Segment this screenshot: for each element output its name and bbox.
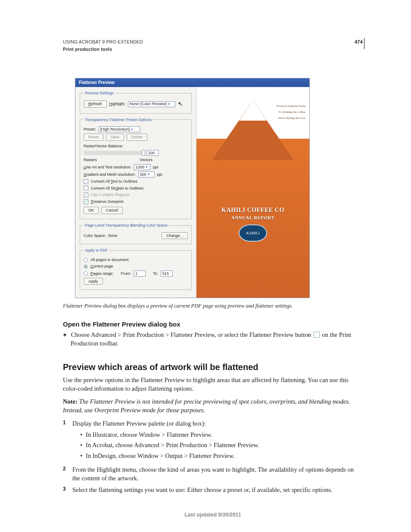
note-paragraph: Note: The Flattener Preview is not inten… [63,397,363,415]
step-3: 3Select the flattening settings you want… [63,485,363,494]
radio-all-pages[interactable] [84,258,88,262]
pages-range-label: Pages range: [90,271,114,277]
balance-slider[interactable] [84,151,144,155]
legend-blend-space: Page-Level Transparency Blending Color S… [84,223,169,228]
cursor-icon: ↖ [178,100,183,109]
step1-sublist: In Illustrator, choose Window > Flattene… [72,430,259,460]
delete-button[interactable]: Delete [127,134,147,141]
step-1: 1 Display the Flattener Preview palette … [63,419,363,463]
heading-preview-areas: Preview which areas of artwork will be f… [63,361,363,373]
figure-caption: Flattener Preview dialog box displays a … [63,302,363,310]
dialog-title: Flattener Preview [75,78,309,87]
group-preview-settings: Preview Settings Refresh Highlight: None… [80,90,192,113]
page-header: USING ACROBAT 9 PRO EXTENDED Print produ… [63,39,363,52]
group-flattener-options: Transparency Flattener Preset Options Pr… [80,117,192,219]
text-outlines-checkbox[interactable] [84,179,88,184]
reset-button[interactable]: Reset [84,134,103,141]
to-input[interactable]: 615 [161,271,173,277]
logo-badge: KAHILI [239,224,267,242]
all-pages-label: All pages in document [90,257,129,263]
group-apply-to-pdf: Apply to PDF All pages in document Curre… [80,248,192,290]
colorspace-value: None [108,233,118,238]
steps-list: 1 Display the Flattener Preview palette … [63,419,363,494]
preview-pane: From growing the beans To drinking the c… [196,87,309,298]
last-updated: Last updated 9/30/2011 [63,511,363,519]
refresh-button[interactable]: Refresh [84,100,107,108]
radio-current-page[interactable] [84,264,88,269]
bullet-indesign: In InDesign, choose Window > Output > Fl… [80,451,259,460]
clip-checkbox: ✓ [84,193,88,197]
note-label: Note: [63,398,78,405]
preset-select[interactable]: [High Resolution] [99,126,140,132]
step-2: 2From the Highlight menu, choose the kin… [63,465,363,483]
bullet-illustrator: In Illustrator, choose Window > Flattene… [80,430,259,439]
preserve-label: Preserve Overprint [91,199,124,205]
figure-flattener-preview: Flattener Preview Preview Settings Refre… [75,78,310,298]
diamond-bullet-icon: ❖ [63,333,67,337]
stroke-outlines-label: Convert All Strokes to Outlines [91,186,143,191]
legend-flattener-options: Transparency Flattener Preset Options [84,117,153,123]
ok-button[interactable]: OK [84,207,99,214]
heading-open-dialog: Open the Flattener Preview dialog box [63,320,363,329]
preserve-checkbox[interactable]: ✓ [84,199,88,204]
current-page-label: Current page [90,264,113,269]
apply-button[interactable]: Apply [84,278,103,285]
balance-label: Raster/Vector Balance: [84,143,123,149]
gradient-label: Gradient and Mesh resolution: [84,172,136,177]
snowcap-graphic [239,100,267,121]
change-button[interactable]: Change... [162,232,188,240]
vectors-label: Vectors [140,157,153,163]
dialog-left-panel: Preview Settings Refresh Highlight: None… [75,87,196,298]
bullet-acrobat: In Acrobat, choose Advanced > Print Prod… [80,441,259,449]
rasters-label: Rasters [84,157,97,163]
highlight-select[interactable]: None (Color Preview) [128,101,175,107]
gradient-select[interactable]: 300 [138,171,155,177]
preset-label: Preset: [84,127,96,132]
header-section: Print production tools [63,46,143,53]
cancel-button[interactable]: Cancel [101,207,123,214]
save-button[interactable]: Save [106,134,125,141]
colorspace-label: Color Space: [84,233,106,238]
radio-pages-range[interactable] [84,271,88,276]
ppi-label-2: ppi [157,172,162,177]
stroke-outlines-checkbox[interactable] [84,186,88,190]
tagline-1: From growing the beans [277,104,306,109]
header-title: USING ACROBAT 9 PRO EXTENDED [63,39,143,45]
highlight-label: Highlight: [109,101,126,107]
doc-title-2: ANNUAL REPORT [196,215,309,221]
legend-preview-settings: Preview Settings [84,90,115,96]
tagline-2: To drinking the coffee, [278,110,306,115]
clip-label: Clip Complex Regions [91,192,129,198]
from-input[interactable]: 1 [134,271,146,277]
balance-value-input[interactable]: 100 [146,150,159,156]
doc-title-1: KAHILI COFFEE CO [196,206,309,215]
para-intro: Use the preview options in the Flattener… [63,376,363,393]
ppi-label-1: ppi [153,165,158,170]
flattener-preview-icon [314,332,320,338]
group-blend-space: Page-Level Transparency Blending Color S… [80,223,192,244]
tagline-3: We're sharing the love. [278,116,306,121]
to-label: To: [153,271,158,277]
dialog-flattener-preview: Flattener Preview Preview Settings Refre… [75,78,310,298]
text-outlines-label: Convert All Text to Outlines [91,179,137,184]
page-number: 474 [355,39,363,45]
open-instruction: ❖ Choose Advanced > Print Production > F… [63,330,363,348]
lineart-label: Line Art and Text resolution: [84,165,131,170]
legend-apply: Apply to PDF [84,248,109,253]
header-rule [364,38,364,49]
lineart-select[interactable]: 1200 [134,164,150,170]
from-label: From: [121,271,131,277]
